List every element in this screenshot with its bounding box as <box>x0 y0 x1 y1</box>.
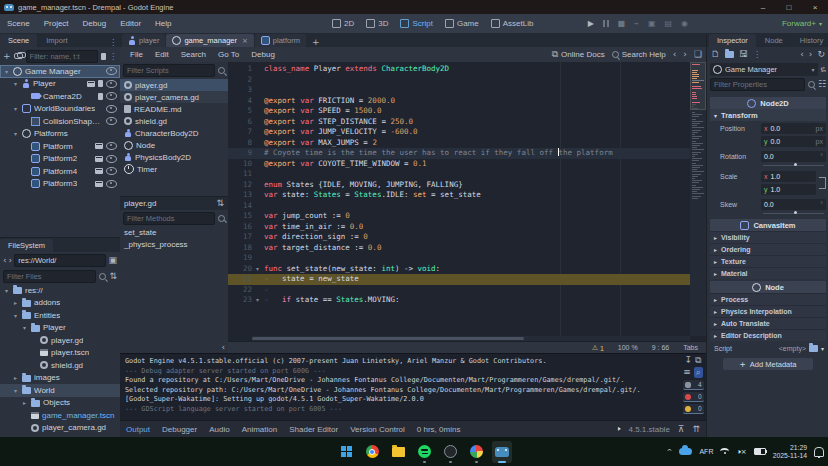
link-values-icon[interactable] <box>819 177 826 189</box>
scene-tab-platform[interactable]: platform <box>255 34 306 47</box>
fold-physics-interpolation[interactable]: ▸Physics Interpolation <box>710 305 826 317</box>
workspace-tab-3d[interactable]: 3D <box>360 14 394 33</box>
warnings-indicator[interactable]: ⚠1 <box>592 344 604 352</box>
taskbar-app-color-icon[interactable] <box>466 441 486 463</box>
taskbar-explorer-icon[interactable] <box>388 441 408 463</box>
script-menu-edit[interactable]: Edit <box>149 50 175 59</box>
file-images[interactable]: ▸images <box>0 372 120 385</box>
visibility-eye-icon[interactable] <box>106 117 117 125</box>
script-item-shield-gd[interactable]: shield.gd <box>120 115 228 127</box>
minimize-button[interactable]: – <box>750 0 776 14</box>
sort-icon[interactable]: ⇅ <box>109 272 117 281</box>
method-item-_physics_process[interactable]: _physics_process <box>120 239 228 251</box>
pause-button[interactable] <box>603 20 609 27</box>
remote-debug-icon[interactable]: ⌁ <box>634 20 639 28</box>
tree-node-player[interactable]: ▾Player <box>0 78 120 91</box>
volume-muted-icon[interactable]: 🕨× <box>736 448 746 456</box>
scene-filter-input[interactable] <box>26 50 98 63</box>
tray-expand-icon[interactable]: ^ <box>667 448 673 456</box>
taskbar-spotify-icon[interactable] <box>414 441 434 463</box>
script-item-node[interactable]: Node <box>120 139 228 151</box>
file-world[interactable]: ▾World <box>0 384 120 397</box>
menu-editor[interactable]: Editor <box>113 14 148 33</box>
history-back-icon[interactable]: ‹ <box>673 50 677 59</box>
fold-process[interactable]: ▸Process <box>710 293 826 305</box>
renderer-dropdown[interactable]: Forward+ ▾ <box>782 14 822 33</box>
scene-instance-icon[interactable] <box>95 181 103 187</box>
online-docs-button[interactable]: ⧉Online Docs <box>552 50 605 59</box>
expand-arrow-icon[interactable]: ▾ <box>12 130 19 137</box>
expand-arrow-icon[interactable]: ▾ <box>12 80 19 87</box>
tree-node-collisionshape2d[interactable]: CollisionShape2D <box>0 115 120 128</box>
expand-arrow-icon[interactable]: ▾ <box>21 324 28 331</box>
save-resource-icon[interactable]: 🖫 <box>739 50 748 59</box>
scene-tab-player[interactable]: player <box>122 34 165 47</box>
value-scale-x[interactable]: x1.0 <box>761 171 816 182</box>
fold-ordering[interactable]: ▸Ordering <box>710 243 826 255</box>
taskbar-app-dark-icon[interactable] <box>440 441 460 463</box>
fold-material[interactable]: ▸Material <box>710 267 826 279</box>
menu-debug[interactable]: Debug <box>76 14 114 33</box>
new-resource-icon[interactable]: 🗋 <box>711 50 720 59</box>
tab-filesystem[interactable]: FileSystem <box>0 239 53 252</box>
expand-panel-icon[interactable]: ⇈ <box>692 425 700 434</box>
menu-help[interactable]: Help <box>148 14 178 33</box>
fold-arrow-icon[interactable]: ▾ <box>256 264 264 275</box>
clock[interactable]: 21:29 2025-11-14 <box>773 444 807 460</box>
new-scene-tab-icon[interactable]: + <box>307 38 325 47</box>
tab-import[interactable]: Import <box>38 34 75 47</box>
edit-back-icon[interactable]: ‹ <box>800 50 804 59</box>
expand-arrow-icon[interactable]: ▾ <box>12 105 19 112</box>
script-badge-icon[interactable] <box>98 93 103 100</box>
nav-forward-icon[interactable]: › <box>9 256 13 265</box>
language-indicator[interactable]: AFR <box>699 448 713 455</box>
bottom-tab-output[interactable]: Output <box>126 425 150 434</box>
workspace-tab-game[interactable]: Game <box>439 14 485 33</box>
scene-instance-icon[interactable] <box>87 81 95 87</box>
value-position-x[interactable]: x0.0px <box>761 123 826 134</box>
menu-project[interactable]: Project <box>37 14 76 33</box>
close-tab-icon[interactable]: × <box>242 37 248 45</box>
file-objects[interactable]: ▸Objects <box>0 397 120 410</box>
current-script-row[interactable]: player.gd ⇅ <box>120 196 228 210</box>
workspace-tab-assetlib[interactable]: AssetLib <box>485 14 540 33</box>
value-position-y[interactable]: y0.0px <box>761 136 826 147</box>
fold-editor-description[interactable]: ▸Editor Description <box>710 329 826 341</box>
extra-options-icon[interactable]: ዬ <box>821 65 827 74</box>
expand-arrow-icon[interactable]: ▸ <box>12 299 19 306</box>
attach-script-icon[interactable] <box>101 53 106 60</box>
section-transform[interactable]: ▾Transform <box>710 109 826 121</box>
visibility-eye-icon[interactable] <box>106 105 117 113</box>
file-addons[interactable]: ▸addons <box>0 297 120 310</box>
notification-bell-icon[interactable] <box>814 447 824 457</box>
sort-methods-icon[interactable]: ⇅ <box>216 199 224 208</box>
mute-icon[interactable]: 🕨 <box>616 425 620 433</box>
chevron-down-icon[interactable]: ▾ <box>821 345 824 352</box>
visibility-eye-icon[interactable] <box>106 142 117 150</box>
expand-arrow-icon[interactable]: ▸ <box>21 399 28 406</box>
play-scene-button[interactable]: ▣ <box>648 20 656 28</box>
category-node[interactable]: Node <box>710 281 826 293</box>
script-menu-debug[interactable]: Debug <box>245 50 281 59</box>
add-node-button[interactable]: + <box>3 52 11 61</box>
expand-arrow-icon[interactable]: ▾ <box>3 68 10 75</box>
tree-node-game-manager[interactable]: ▾Game Manager <box>0 65 120 78</box>
script-badge-icon[interactable] <box>98 80 103 87</box>
bottom-tab-shader-editor[interactable]: Shader Editor <box>289 425 338 434</box>
collapse-duplicates-icon[interactable]: ≡ <box>683 368 691 377</box>
script-menu-search[interactable]: Search <box>175 50 212 59</box>
file-shield-gd[interactable]: shield.gd <box>0 359 120 372</box>
edit-forward-icon[interactable]: › <box>809 50 813 59</box>
expand-arrow-icon[interactable]: ▾ <box>12 312 19 319</box>
close-button[interactable]: × <box>802 0 828 14</box>
tab-inspector[interactable]: Inspector <box>709 34 756 47</box>
script-menu-file[interactable]: File <box>124 50 149 59</box>
battery-icon[interactable] <box>754 448 766 455</box>
play-custom-scene-button[interactable]: ▤ <box>664 20 672 28</box>
file-player-gd[interactable]: player.gd <box>0 334 120 347</box>
fold-auto-translate[interactable]: ▸Auto Translate <box>710 317 826 329</box>
fold-texture[interactable]: ▸Texture <box>710 255 826 267</box>
script-item-physicsbody2d[interactable]: PhysicsBody2D <box>120 151 228 163</box>
movie-maker-icon[interactable]: ◉ <box>681 20 688 28</box>
tree-node-platforms[interactable]: ▾Platforms <box>0 128 120 141</box>
